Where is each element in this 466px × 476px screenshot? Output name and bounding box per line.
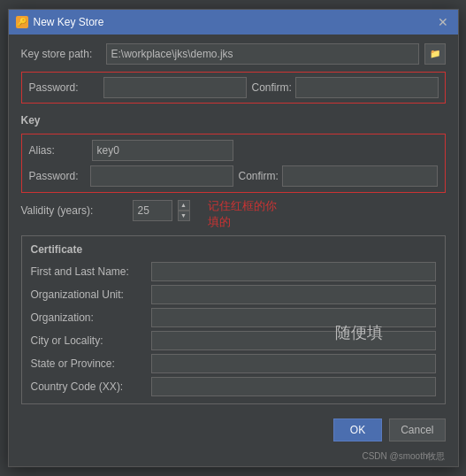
keystore-path-input[interactable] bbox=[106, 43, 419, 65]
cert-row-2: Organization: bbox=[31, 308, 436, 327]
cert-input-4[interactable] bbox=[151, 354, 436, 373]
cert-row-3: City or Locality: bbox=[31, 331, 436, 350]
cert-label-5: Country Code (XX): bbox=[31, 380, 146, 393]
spinner-down-button[interactable]: ▼ bbox=[178, 211, 190, 221]
watermark: CSDN @smooth牧思 bbox=[9, 450, 458, 466]
alias-row: Alias: bbox=[29, 140, 438, 161]
cert-label-0: First and Last Name: bbox=[31, 265, 146, 278]
key-confirm-label: Confirm: bbox=[239, 170, 279, 182]
cert-row-1: Organizational Unit: bbox=[31, 285, 436, 304]
cert-label-1: Organizational Unit: bbox=[31, 288, 146, 301]
password-input[interactable] bbox=[103, 77, 247, 98]
password-row: Password: Confirm: bbox=[29, 77, 438, 98]
certificate-section-label: Certificate bbox=[31, 243, 436, 256]
certificate-box: Certificate First and Last Name: Organiz… bbox=[21, 235, 446, 404]
key-section-label: Key bbox=[21, 114, 446, 127]
cert-input-1[interactable] bbox=[151, 285, 436, 304]
button-row: OK Cancel bbox=[9, 413, 458, 450]
validity-spinner[interactable]: ▲ ▼ bbox=[178, 200, 190, 221]
confirm-input[interactable] bbox=[295, 77, 439, 98]
title-bar-left: 🔑 New Key Store bbox=[16, 16, 104, 28]
validity-label: Validity (years): bbox=[21, 204, 127, 217]
dialog-content: Key store path: 📁 Password: Confirm: Key bbox=[9, 35, 458, 413]
key-confirm-input[interactable] bbox=[282, 165, 438, 187]
ok-button[interactable]: OK bbox=[333, 418, 382, 441]
keystore-path-label: Key store path: bbox=[21, 48, 101, 60]
annotation-line1: 记住红框的你 bbox=[208, 198, 277, 214]
alias-input[interactable] bbox=[92, 140, 233, 161]
new-key-store-dialog: 🔑 New Key Store ✕ Key store path: 📁 Pass… bbox=[8, 9, 459, 467]
spinner-up-button[interactable]: ▲ bbox=[178, 200, 190, 211]
close-button[interactable]: ✕ bbox=[435, 14, 451, 30]
confirm-label: Confirm: bbox=[252, 81, 292, 94]
alias-label: Alias: bbox=[29, 144, 87, 157]
validity-input[interactable] bbox=[133, 200, 172, 221]
annotation-line2: 填的 bbox=[208, 214, 277, 230]
key-password-input[interactable] bbox=[90, 165, 233, 187]
key-confirm-right: Confirm: bbox=[239, 165, 438, 187]
key-password-row: Password: Confirm: bbox=[29, 165, 438, 187]
confirm-right: Confirm: bbox=[252, 77, 439, 98]
password-left: Password: bbox=[29, 77, 247, 98]
cert-row-5: Country Code (XX): bbox=[31, 377, 436, 396]
validity-annotation-row: Validity (years): ▲ ▼ 记住红框的你 填的 bbox=[21, 198, 446, 230]
cert-row-4: State or Province: bbox=[31, 354, 436, 373]
password-label: Password: bbox=[29, 81, 100, 94]
key-red-box: Alias: Password: Confirm: bbox=[21, 134, 446, 193]
validity-row: Validity (years): ▲ ▼ bbox=[21, 200, 190, 221]
cert-input-5[interactable] bbox=[151, 377, 436, 396]
dialog-title: New Key Store bbox=[34, 16, 104, 28]
cert-input-3[interactable] bbox=[151, 331, 436, 350]
certificate-fields: First and Last Name: Organizational Unit… bbox=[31, 262, 436, 396]
browse-button[interactable]: 📁 bbox=[424, 43, 446, 65]
keystore-path-row: Key store path: 📁 bbox=[21, 43, 446, 65]
password-outer-red-box: Password: Confirm: bbox=[21, 72, 446, 104]
cert-label-4: State or Province: bbox=[31, 357, 146, 370]
cert-row-0: First and Last Name: bbox=[31, 262, 436, 281]
key-password-label: Password: bbox=[29, 170, 87, 182]
cancel-button[interactable]: Cancel bbox=[389, 418, 445, 441]
certificate-fields-container: First and Last Name: Organizational Unit… bbox=[31, 262, 436, 396]
annotation-text: 记住红框的你 填的 bbox=[208, 198, 277, 230]
key-password-left: Password: bbox=[29, 165, 233, 187]
dialog-icon: 🔑 bbox=[16, 16, 28, 28]
cert-input-2[interactable] bbox=[151, 308, 436, 327]
title-bar: 🔑 New Key Store ✕ bbox=[9, 10, 458, 35]
cert-input-0[interactable] bbox=[151, 262, 436, 281]
cert-label-3: City or Locality: bbox=[31, 334, 146, 347]
cert-label-2: Organization: bbox=[31, 311, 146, 324]
